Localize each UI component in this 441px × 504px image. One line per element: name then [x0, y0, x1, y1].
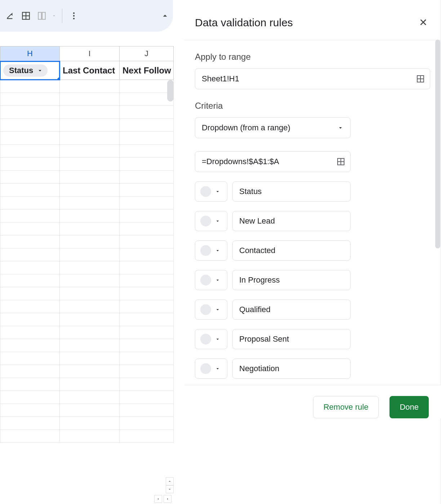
empty-cell[interactable]	[60, 313, 120, 326]
criteria-select[interactable]: Dropdown (from a range)	[195, 117, 351, 138]
empty-cell[interactable]	[60, 93, 120, 106]
empty-cell[interactable]	[120, 274, 174, 287]
cell-j1[interactable]: Next Follow	[120, 61, 174, 80]
empty-cell[interactable]	[120, 106, 174, 119]
vertical-scrollbar[interactable]	[167, 80, 174, 102]
empty-cell[interactable]	[120, 326, 174, 339]
empty-cell[interactable]	[60, 339, 120, 352]
color-picker[interactable]	[195, 270, 227, 290]
empty-cell[interactable]	[60, 326, 120, 339]
empty-cell[interactable]	[120, 145, 174, 158]
grid-select-icon[interactable]	[416, 75, 425, 83]
empty-cell[interactable]	[0, 171, 60, 184]
empty-cell[interactable]	[0, 132, 60, 145]
empty-cell[interactable]	[120, 339, 174, 352]
scroll-down-icon[interactable]	[166, 485, 174, 493]
empty-cell[interactable]	[120, 261, 174, 274]
empty-cell[interactable]	[60, 145, 120, 158]
empty-cell[interactable]	[60, 80, 120, 93]
empty-cell[interactable]	[0, 222, 60, 235]
dropdown-arrow-icon[interactable]	[50, 8, 58, 24]
color-picker[interactable]	[195, 329, 227, 349]
empty-cell[interactable]	[120, 417, 174, 430]
empty-cell[interactable]	[120, 93, 174, 106]
option-value[interactable]: Qualified	[232, 300, 351, 320]
option-value[interactable]: Proposal Sent	[232, 329, 351, 349]
empty-cell[interactable]	[0, 119, 60, 132]
empty-cell[interactable]	[0, 300, 60, 313]
more-vert-icon[interactable]	[66, 8, 82, 24]
empty-cell[interactable]	[60, 300, 120, 313]
empty-cell[interactable]	[120, 171, 174, 184]
apply-range-field[interactable]: Sheet1!H1	[195, 68, 430, 89]
done-button[interactable]: Done	[389, 396, 429, 418]
scroll-right-icon[interactable]	[164, 495, 172, 503]
column-header-i[interactable]: I	[60, 46, 120, 61]
option-value[interactable]: New Lead	[232, 211, 351, 231]
empty-cell[interactable]	[60, 378, 120, 391]
column-header-j[interactable]: J	[120, 46, 174, 61]
empty-cell[interactable]	[0, 417, 60, 430]
empty-cell[interactable]	[0, 106, 60, 119]
empty-cell[interactable]	[120, 404, 174, 417]
empty-cell[interactable]	[0, 365, 60, 378]
empty-cell[interactable]	[60, 158, 120, 171]
panel-scrollbar[interactable]	[435, 40, 440, 248]
empty-cell[interactable]	[0, 235, 60, 248]
merge-cells-icon[interactable]	[34, 8, 50, 24]
grid-select-icon[interactable]	[337, 157, 345, 166]
empty-cell[interactable]	[120, 184, 174, 197]
empty-cell[interactable]	[60, 417, 120, 430]
empty-cell[interactable]	[0, 184, 60, 197]
empty-cell[interactable]	[0, 274, 60, 287]
empty-cell[interactable]	[120, 80, 174, 93]
empty-cell[interactable]	[120, 197, 174, 210]
empty-cell[interactable]	[0, 93, 60, 106]
scroll-up-icon[interactable]	[166, 477, 174, 485]
dropdown-chip[interactable]: Status	[3, 64, 48, 77]
chevron-up-icon[interactable]	[157, 8, 173, 24]
empty-cell[interactable]	[120, 365, 174, 378]
empty-cell[interactable]	[60, 222, 120, 235]
color-picker[interactable]	[195, 240, 227, 261]
color-picker[interactable]	[195, 181, 227, 202]
empty-cell[interactable]	[120, 132, 174, 145]
empty-cell[interactable]	[60, 404, 120, 417]
color-picker[interactable]	[195, 300, 227, 320]
empty-cell[interactable]	[120, 222, 174, 235]
empty-cell[interactable]	[120, 235, 174, 248]
empty-cell[interactable]	[60, 287, 120, 300]
empty-cell[interactable]	[60, 352, 120, 365]
empty-cell[interactable]	[60, 197, 120, 210]
empty-cell[interactable]	[120, 210, 174, 222]
empty-cell[interactable]	[60, 365, 120, 378]
empty-cell[interactable]	[60, 274, 120, 287]
close-icon[interactable]: ✕	[416, 15, 430, 30]
empty-cell[interactable]	[120, 391, 174, 404]
option-value[interactable]: Negotiation	[232, 359, 351, 379]
empty-cell[interactable]	[120, 430, 174, 443]
empty-cell[interactable]	[120, 158, 174, 171]
empty-cell[interactable]	[60, 132, 120, 145]
cell-h1[interactable]: Status	[0, 61, 60, 80]
empty-cell[interactable]	[0, 339, 60, 352]
empty-cell[interactable]	[60, 391, 120, 404]
empty-cell[interactable]	[0, 80, 60, 93]
color-picker[interactable]	[195, 211, 227, 231]
empty-cell[interactable]	[60, 184, 120, 197]
empty-cell[interactable]	[0, 313, 60, 326]
column-header-h[interactable]: H	[0, 46, 60, 61]
empty-cell[interactable]	[0, 326, 60, 339]
empty-cell[interactable]	[0, 197, 60, 210]
empty-cell[interactable]	[60, 430, 120, 443]
empty-cell[interactable]	[60, 119, 120, 132]
empty-cell[interactable]	[60, 261, 120, 274]
empty-cell[interactable]	[60, 210, 120, 222]
empty-cell[interactable]	[60, 248, 120, 261]
empty-cell[interactable]	[0, 210, 60, 222]
cell-i1[interactable]: Last Contact	[60, 61, 120, 80]
color-picker[interactable]	[195, 359, 227, 379]
borders-icon[interactable]	[18, 8, 34, 24]
scroll-left-icon[interactable]	[154, 495, 162, 503]
empty-cell[interactable]	[0, 352, 60, 365]
